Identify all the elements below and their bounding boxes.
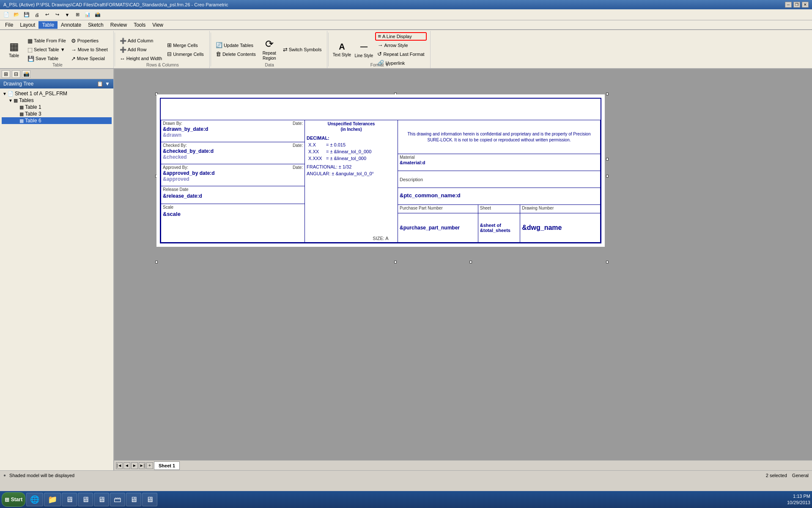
print-btn[interactable]: 🖨 — [32, 11, 41, 19]
select-table-btn[interactable]: ⬚ Select Table ▼ — [25, 45, 68, 54]
ribbon-content: ▦ Table ▦ Table From File ⬚ Select Table… — [0, 30, 812, 68]
taskbar-explorer[interactable]: 📁 — [44, 493, 61, 506]
line-display-btn[interactable]: ≡ A Line Display — [375, 32, 426, 41]
text-style-btn[interactable]: A Text Style — [331, 34, 352, 65]
menu-view[interactable]: View — [149, 21, 167, 29]
menu-file[interactable]: File — [2, 21, 16, 29]
ribbon-group-rows-cols: ➕ Add Column ➕ Add Row ↔ Height and Widt… — [116, 31, 210, 68]
line-display-label: A Line Display — [382, 34, 412, 39]
table3-icon: ▦ — [19, 111, 24, 117]
table3-label: Table 3 — [25, 111, 41, 117]
menu-layout[interactable]: Layout — [16, 21, 38, 29]
panel-collapse-icon[interactable]: ▼ — [105, 81, 110, 87]
text-style-label: Text Style — [333, 52, 351, 58]
panel-btn-2[interactable]: ⊟ — [12, 70, 20, 78]
arrow-style-label: Arrow Style — [384, 43, 408, 48]
taskbar-app1[interactable]: 🖥 — [62, 493, 77, 506]
line-style-btn[interactable]: ─ Line Style — [353, 34, 374, 65]
taskbar-app2[interactable]: 🖥 — [78, 493, 93, 506]
toolbar-more-btn[interactable]: ▼ — [63, 11, 72, 19]
tree-node-tables[interactable]: ▼ ▦ Tables — [2, 97, 112, 104]
tree-node-table1[interactable]: ▦ Table 1 — [2, 104, 112, 110]
table-from-file-btn[interactable]: ▦ Table From File — [25, 36, 68, 45]
panel-options-icon[interactable]: 📋 — [97, 81, 103, 87]
scale-row: Scale &scale — [161, 204, 304, 242]
mode-indicator: General — [792, 473, 809, 478]
panel-btn-1[interactable]: ⊞ — [2, 70, 10, 78]
menu-tools[interactable]: Tools — [130, 21, 149, 29]
sheet-nav-last[interactable]: ►| — [139, 462, 145, 469]
move-to-sheet-btn[interactable]: → Move to Sheet — [69, 45, 110, 54]
new-btn[interactable]: 📄 — [2, 11, 11, 19]
redo-btn[interactable]: ↪ — [52, 11, 62, 19]
expand-table1[interactable] — [14, 105, 19, 110]
repeat-last-format-btn[interactable]: ↺ Repeat Last Format — [375, 50, 426, 58]
tree-node-sheet1[interactable]: ▼ 📄 Sheet 1 of A_PSL.FRM — [2, 90, 112, 97]
sheet-nav-next[interactable]: ► — [131, 462, 138, 469]
repeat-region-btn[interactable]: ⟳ Repeat Region — [259, 34, 280, 65]
expand-table3[interactable] — [14, 112, 19, 116]
taskbar-app4[interactable]: 🗃 — [110, 493, 125, 506]
sheet-header: Sheet — [478, 205, 520, 213]
panel-icon-3[interactable]: 📸 — [93, 11, 102, 19]
add-column-btn[interactable]: ➕ Add Column — [118, 36, 164, 45]
menu-sketch[interactable]: Sketch — [85, 21, 107, 29]
line-style-label: Line Style — [354, 53, 373, 58]
open-btn[interactable]: 📂 — [12, 11, 21, 19]
switch-symbols-btn[interactable]: ⇄ Switch Symbols — [281, 45, 324, 54]
undo-btn[interactable]: ↩ — [42, 11, 52, 19]
taskbar-app5[interactable]: 🖥 — [126, 493, 141, 506]
menu-annotate[interactable]: Annotate — [58, 21, 85, 29]
repeat-last-format-icon: ↺ — [377, 51, 382, 57]
taskbar-ie[interactable]: 🌐 — [26, 493, 43, 506]
tolerances-block: Unspecified Tolerances(in Inches) DECIMA… — [305, 120, 398, 242]
taskbar-app3[interactable]: 🖥 — [94, 493, 109, 506]
tree-node-table6[interactable]: ▦ Table 6 — [2, 117, 112, 124]
tree-node-table3[interactable]: ▦ Table 3 — [2, 110, 112, 117]
save-btn[interactable]: 💾 — [22, 11, 31, 19]
merge-cells-btn[interactable]: ⊞ Merge Cells — [165, 41, 206, 50]
expand-table6[interactable] — [14, 119, 19, 123]
start-button[interactable]: ⊞ Start — [2, 492, 25, 507]
ribbon: ▦ Table ▦ Table From File ⬚ Select Table… — [0, 30, 812, 69]
sheet-nav-first[interactable]: |◄ — [116, 462, 123, 469]
table1-label: Table 1 — [25, 104, 41, 110]
sheet-nav-add[interactable]: + — [146, 462, 153, 469]
menu-table[interactable]: Table — [38, 21, 58, 29]
drawing-tree-header: Drawing Tree 📋 ▼ — [0, 79, 113, 88]
unmerge-cells-btn[interactable]: ⊟ Unmerge Cells — [165, 50, 206, 58]
table-from-file-label: Table From File — [34, 38, 66, 43]
checked-by-value2: &checked — [163, 154, 187, 160]
ribbon-group-table: ▦ Table ▦ Table From File ⬚ Select Table… — [2, 31, 114, 68]
panel-icon-2[interactable]: 📊 — [83, 11, 92, 19]
title-bar-controls: ─ ❐ ✕ — [785, 2, 809, 8]
update-tables-btn[interactable]: 🔄 Update Tables — [214, 41, 258, 50]
properties-btn[interactable]: ⚙ Properties — [69, 36, 110, 45]
minimize-btn[interactable]: ─ — [785, 2, 792, 8]
height-width-btn[interactable]: ↔ Height and Width — [118, 54, 164, 63]
panel-btn-3[interactable]: 📸 — [22, 70, 30, 78]
table-large-btn[interactable]: ▦ Table — [3, 34, 25, 65]
sheet-nav-prev[interactable]: ◄ — [123, 462, 130, 469]
menu-bar: File Layout Table Annotate Sketch Review… — [0, 20, 812, 30]
restore-btn[interactable]: ❐ — [793, 2, 800, 8]
arrow-style-btn[interactable]: → Arrow Style — [375, 41, 426, 50]
drawing-canvas[interactable]: Drawn By: Date: &drawn_by_date:d &drawn … — [156, 94, 605, 247]
menu-review[interactable]: Review — [107, 21, 130, 29]
add-row-btn[interactable]: ➕ Add Row — [118, 45, 164, 54]
canvas-area[interactable]: Drawn By: Date: &drawn_by_date:d &drawn … — [114, 69, 812, 470]
close-btn[interactable]: ✕ — [802, 2, 809, 8]
expand-sheet1[interactable]: ▼ — [3, 91, 8, 96]
move-special-btn[interactable]: ↗ Move Special — [69, 54, 110, 63]
table-from-file-icon: ▦ — [27, 38, 33, 44]
taskbar-app6[interactable]: 🖥 — [142, 493, 157, 506]
sheet-tab-1[interactable]: Sheet 1 — [154, 461, 180, 470]
confidentiality-text: This drawing and information herein is c… — [398, 120, 600, 154]
panel-icon-1[interactable]: ⊞ — [73, 11, 82, 19]
save-table-btn[interactable]: 💾 Save Table — [25, 54, 68, 63]
xxx-tol: = ± &linear_tol_0_000 — [326, 149, 371, 154]
title-block-outer: Drawn By: Date: &drawn_by_date:d &drawn … — [161, 120, 601, 243]
material-row: Material &material:d — [398, 154, 600, 171]
delete-contents-btn[interactable]: 🗑 Delete Contents — [214, 50, 258, 58]
expand-tables[interactable]: ▼ — [8, 98, 14, 103]
